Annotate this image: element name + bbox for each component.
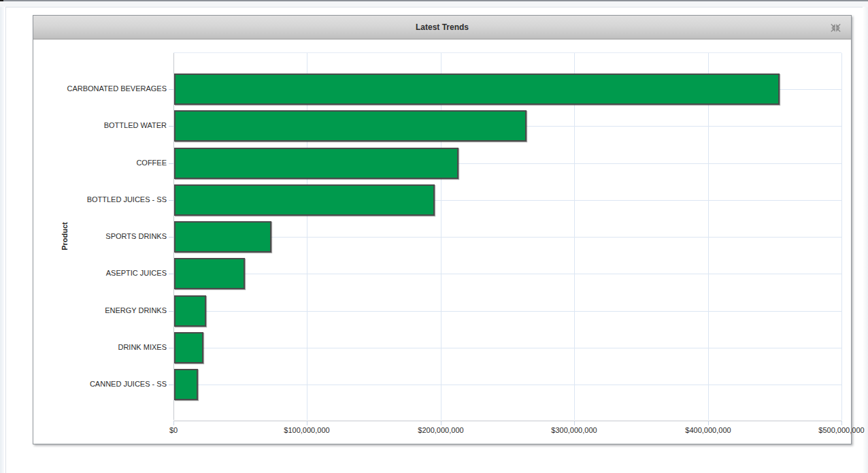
category-label: ENERGY DRINKS: [33, 306, 167, 315]
x-tick-label: $400,000,000: [661, 426, 756, 434]
gridline-horizontal: [173, 274, 841, 274]
gridline-horizontal: [173, 237, 841, 238]
widget-header: Latest Trends: [33, 16, 851, 39]
y-axis-tick: [169, 163, 173, 164]
x-tick-label: $0: [126, 426, 221, 434]
y-axis-tick: [169, 89, 173, 90]
page-strip: [0, 1, 868, 7]
chart-body: Product $0$100,000,000$200,000,000$300,0…: [33, 39, 851, 444]
y-axis-tick: [169, 274, 173, 274]
widget-title: Latest Trends: [33, 16, 851, 39]
x-axis-tick: [441, 421, 441, 425]
y-axis-tick: [169, 237, 173, 238]
bar-aseptic-juices[interactable]: [174, 258, 245, 289]
y-axis-tick: [169, 200, 173, 201]
bar-bottled-water[interactable]: [174, 110, 527, 142]
gridline-horizontal: [173, 385, 841, 385]
category-label: SPORTS DRINKS: [33, 231, 167, 241]
category-label: CANNED JUICES - SS: [33, 379, 167, 389]
latest-trends-widget: Latest Trends Product $0$100,000,000$200…: [33, 15, 852, 444]
category-label: DRINK MIXES: [33, 342, 167, 352]
x-axis-tick: [708, 421, 709, 425]
bar-canned-juices-ss[interactable]: [174, 369, 198, 400]
x-axis-tick: [841, 421, 842, 425]
x-tick-label: $300,000,000: [527, 426, 622, 434]
bar-energy-drinks[interactable]: [174, 295, 206, 327]
bar-drink-mixes[interactable]: [174, 332, 203, 363]
x-axis-tick: [307, 421, 307, 425]
category-label: BOTTLED JUICES - SS: [33, 195, 167, 204]
gridline-vertical: [841, 53, 842, 420]
collapse-icon[interactable]: [829, 22, 842, 33]
gridline-horizontal: [173, 311, 841, 312]
x-tick-label: $500,000,000: [794, 426, 868, 434]
bar-bottled-juices-ss[interactable]: [174, 184, 435, 216]
y-axis-tick: [169, 126, 173, 127]
y-axis-line: [173, 53, 174, 420]
category-label: BOTTLED WATER: [33, 120, 167, 130]
x-tick-label: $200,000,000: [393, 426, 488, 434]
y-axis-tick: [169, 348, 173, 348]
page-right-edge: [863, 7, 868, 473]
bar-coffee[interactable]: [174, 148, 458, 179]
x-axis-line: [173, 421, 841, 421]
y-axis-tick: [169, 385, 173, 385]
x-axis-tick: [574, 421, 575, 425]
plot-area: [173, 52, 841, 420]
bar-sports-drinks[interactable]: [174, 221, 271, 252]
page-left-edge: [0, 7, 4, 473]
x-axis-tick: [173, 421, 174, 425]
category-label: CARBONATED BEVERAGES: [33, 84, 167, 93]
category-label: COFFEE: [33, 158, 167, 167]
x-tick-label: $100,000,000: [259, 426, 354, 434]
y-axis-tick: [169, 311, 173, 312]
category-label: ASEPTIC JUICES: [33, 268, 167, 278]
gridline-horizontal: [173, 348, 841, 348]
bar-carbonated-beverages[interactable]: [174, 74, 780, 105]
